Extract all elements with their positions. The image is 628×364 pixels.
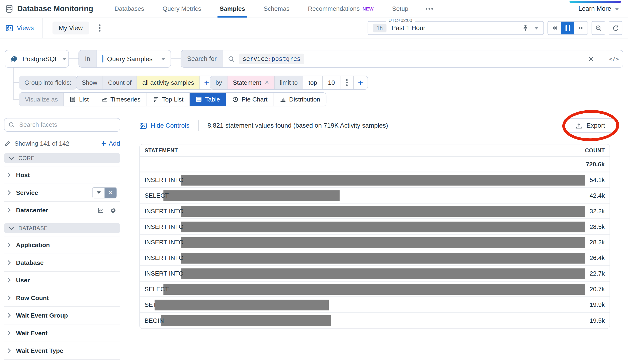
by-label: by (210, 76, 228, 89)
facet-row-wait-event[interactable]: Wait Event (4, 324, 120, 342)
facet-group-header-core[interactable]: CORE (4, 153, 120, 163)
viz-option-pie-chart[interactable]: Pie Chart (226, 93, 273, 106)
clear-search-icon[interactable]: × (582, 54, 600, 63)
refresh-button[interactable] (609, 21, 623, 35)
table-row[interactable]: INSERT INTO54.1k (140, 173, 610, 188)
facet-row-row-count[interactable]: Row Count (4, 289, 120, 306)
facet-search[interactable] (4, 118, 120, 132)
facet-row-user[interactable]: User (4, 272, 120, 289)
viz-option-top-list[interactable]: Top List (147, 93, 189, 106)
time-backward-button[interactable] (548, 22, 561, 35)
redacted-statement-bar (163, 190, 339, 201)
top-selector[interactable]: top (303, 76, 323, 89)
current-view-name[interactable]: My View (53, 22, 89, 35)
chevron-right-icon (7, 313, 11, 318)
learn-more-button[interactable]: Learn More (578, 5, 619, 12)
code-view-toggle[interactable]: </> (605, 50, 623, 67)
viz-option-label: Timeseries (110, 96, 140, 103)
groupby-options-kebab-icon[interactable] (340, 76, 353, 89)
facet-label: Host (16, 172, 30, 179)
views-button[interactable]: Views (0, 18, 43, 38)
statement-label: SELECT (145, 192, 169, 199)
export-upload-icon (576, 122, 582, 129)
query-bar: PostgreSQL In Query Samples Search for (5, 50, 623, 67)
count-value: 28.2k (590, 239, 605, 246)
time-range-selector[interactable]: UTC+02:00 1h Past 1 Hour (368, 21, 544, 35)
group-row: Group into fields: Show Count of all act… (0, 76, 628, 90)
viz-option-distribution[interactable]: Distribution (274, 93, 326, 106)
table-row[interactable]: SELECT20.7k (140, 282, 610, 297)
viz-option-timeseries[interactable]: Timeseries (95, 93, 147, 106)
postgresql-logo-icon (10, 54, 19, 63)
edit-facets-pencil-icon[interactable] (4, 140, 11, 147)
view-options-kebab-icon[interactable] (96, 22, 103, 34)
query-connector (13, 99, 19, 99)
dataset-selector[interactable]: In Query Samples (78, 50, 171, 67)
hide-controls-button[interactable]: Hide Controls (140, 122, 189, 129)
remove-groupby-icon[interactable]: × (265, 78, 269, 87)
facet-row-application[interactable]: Application (4, 236, 120, 254)
groupby-value[interactable]: Statement × (228, 76, 275, 89)
facet-row-wait-event-group[interactable]: Wait Event Group (4, 307, 120, 324)
redacted-statement-bar (181, 206, 585, 217)
facet-row-service[interactable]: Service× (4, 184, 120, 202)
chevron-down-icon[interactable] (534, 27, 539, 29)
viz-option-table[interactable]: Table (189, 93, 226, 106)
add-facet-button[interactable]: + Add (101, 139, 120, 148)
tab-setup[interactable]: Setup (383, 0, 417, 17)
table-row[interactable]: INSERT INTO28.2k (140, 235, 610, 250)
table-row[interactable]: INSERT INTO32.2k (140, 204, 610, 219)
facet-row-host[interactable]: Host (4, 166, 120, 184)
table-row[interactable]: INSERT INTO22.7k (140, 266, 610, 282)
facet-row-index[interactable]: Index (4, 360, 120, 364)
facet-filter-badge: × (92, 187, 117, 198)
table-row[interactable]: INSERT INTO28.5k (140, 219, 610, 235)
datasource-dropdown[interactable]: PostgreSQL (5, 50, 69, 67)
tab-samples[interactable]: Samples (211, 0, 254, 17)
facet-search-input[interactable] (18, 121, 116, 129)
filter-icon[interactable] (92, 187, 104, 198)
query-filter-token[interactable]: service:postgres (239, 54, 304, 64)
viz-option-list[interactable]: List (64, 93, 95, 106)
timeseries-icon[interactable] (98, 207, 104, 213)
gear-icon[interactable] (110, 207, 116, 213)
table-row[interactable]: SELECT42.4k (140, 188, 610, 204)
statement-label: INSERT INTO (145, 239, 184, 246)
pin-icon[interactable] (522, 25, 529, 31)
toplist-icon (153, 96, 159, 102)
table-row[interactable]: INSERT INTO26.4k (140, 250, 610, 266)
facet-label: Datacenter (16, 206, 48, 214)
export-button[interactable]: Export (564, 118, 617, 133)
table-row[interactable]: 720.6k (140, 157, 610, 173)
measure-value[interactable]: all activity samples (137, 76, 200, 89)
count-value: 720.6k (586, 161, 605, 168)
chevron-right-icon (7, 260, 11, 265)
table-icon (196, 96, 202, 102)
search-icon (228, 55, 235, 62)
zoom-out-button[interactable] (592, 21, 605, 35)
time-forward-button[interactable] (574, 22, 588, 35)
search-input[interactable]: service:postgres × (223, 50, 605, 67)
facet-count-text: Showing 141 of 142 (14, 140, 69, 147)
dataset-dropdown[interactable]: Query Samples (97, 55, 171, 63)
limit-value[interactable]: 10 (323, 76, 341, 89)
table-row[interactable]: BEGIN19.5k (140, 313, 610, 329)
database-monitoring-page: Database Monitoring DatabasesQuery Metri… (0, 0, 628, 364)
facet-row-database[interactable]: Database (4, 254, 120, 272)
facet-rows-core: HostService×Datacenter (4, 166, 120, 219)
table-row[interactable]: SET19.9k (140, 297, 610, 313)
facet-row-datacenter[interactable]: Datacenter (4, 202, 120, 219)
tab-query-metrics[interactable]: Query Metrics (153, 0, 210, 17)
add-groupby-button[interactable]: + (353, 76, 368, 89)
pause-button[interactable] (561, 22, 574, 35)
clear-filter-icon[interactable]: × (104, 187, 116, 198)
count-value: 20.7k (590, 285, 605, 293)
facet-group-header-database[interactable]: DATABASE (4, 223, 120, 233)
tab-label: Recommendations (308, 5, 360, 12)
tab-schemas[interactable]: Schemas (254, 0, 299, 17)
tab-databases[interactable]: Databases (105, 0, 154, 17)
tab-recommendations[interactable]: RecommendationsNEW (299, 0, 383, 17)
time-shift-buttons (548, 21, 588, 35)
nav-overflow-icon[interactable] (417, 8, 441, 9)
facet-row-wait-event-type[interactable]: Wait Event Type (4, 342, 120, 360)
